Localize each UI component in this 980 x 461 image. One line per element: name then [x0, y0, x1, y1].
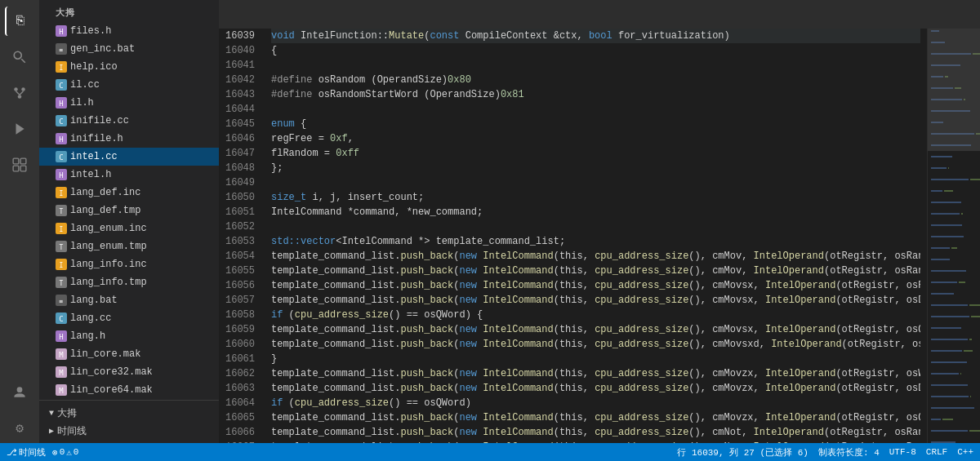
status-bar: ⎇ 时间线 ⊗ 0 ⚠ 0 行 16039, 列 27 (已选择 6) 制表符长…	[0, 443, 980, 461]
file-item-gen_inc-bat[interactable]: ≡gen_inc.bat	[39, 40, 219, 58]
extensions-icon[interactable]	[5, 150, 34, 180]
encoding-status[interactable]: UTF-8	[889, 447, 916, 457]
file-item-lang-cc[interactable]: Clang.cc	[39, 309, 219, 327]
settings-icon[interactable]: ⚙	[5, 414, 34, 443]
file-item-intel-h[interactable]: Hintel.h	[39, 166, 219, 184]
code-line[interactable]: #define osRandomStartWord (OperandSize)0…	[271, 87, 920, 102]
file-item-lang_def-tmp[interactable]: Tlang_def.tmp	[39, 202, 219, 219]
file-item-lang_enum-tmp[interactable]: Tlang_enum.tmp	[39, 237, 219, 255]
code-line[interactable]: flRandom = 0xff	[271, 146, 920, 161]
svg-point-3	[21, 87, 25, 91]
code-line[interactable]: };	[271, 161, 920, 175]
code-line[interactable]	[271, 175, 920, 190]
code-line[interactable]: if (cpu_address_size() == osQWord) {	[271, 308, 920, 322]
line-number: 16048	[225, 161, 255, 175]
code-line[interactable]: template_command_list.push_back(new Inte…	[271, 249, 920, 264]
code-line[interactable]	[271, 58, 920, 73]
code-line[interactable]: template_command_list.push_back(new Inte…	[271, 337, 920, 352]
file-type-icon: M	[56, 366, 67, 378]
file-item-lang_info-inc[interactable]: Ilang_info.inc	[39, 255, 219, 273]
debug-icon[interactable]	[5, 114, 34, 144]
svg-rect-8	[13, 158, 19, 164]
file-item-lin_core32-mak[interactable]: Mlin_core32.mak	[39, 363, 219, 381]
file-name-label: lang_def.tmp	[70, 205, 140, 216]
svg-rect-11	[20, 166, 26, 171]
file-item-lin_core64-mak[interactable]: Mlin_core64.mak	[39, 381, 219, 399]
sidebar-item-timeline[interactable]: ▶ 时间线	[39, 422, 219, 440]
language-status[interactable]: C++	[957, 447, 973, 457]
branch-status[interactable]: ⎇ 时间线	[7, 446, 46, 459]
svg-text:C: C	[59, 82, 63, 90]
file-item-lang-bat[interactable]: ≡lang.bat	[39, 291, 219, 309]
status-left: ⎇ 时间线 ⊗ 0 ⚠ 0	[7, 446, 78, 459]
file-item-lang_info-tmp[interactable]: Tlang_info.tmp	[39, 273, 219, 291]
code-line[interactable]: {	[271, 43, 920, 58]
file-type-icon: H	[56, 133, 67, 144]
file-item-inifile-cc[interactable]: Cinifile.cc	[39, 112, 219, 130]
warning-icon: ⚠	[66, 447, 72, 458]
file-name-label: lang_info.inc	[70, 259, 147, 270]
code-line[interactable]: template_command_list.push_back(new Inte…	[271, 381, 920, 396]
code-line[interactable]: enum {	[271, 117, 920, 131]
code-line[interactable]: #define osRandom (OperandSize)0x80	[271, 73, 920, 87]
line-number: 16066	[225, 425, 255, 440]
file-item-lin_core-mak[interactable]: Mlin_core.mak	[39, 345, 219, 363]
error-count: 0	[60, 447, 65, 457]
file-item-lang_def-inc[interactable]: Ilang_def.inc	[39, 184, 219, 202]
file-name-label: lang_def.inc	[70, 187, 140, 198]
file-type-icon: C	[56, 115, 67, 126]
search-icon[interactable]	[5, 42, 34, 72]
status-right: 行 16039, 列 27 (已选择 6) 制表符长度: 4 UTF-8 CRL…	[677, 446, 973, 459]
file-item-help-ico[interactable]: Ihelp.ico	[39, 58, 219, 76]
code-line[interactable]	[271, 102, 920, 117]
code-line[interactable]: if (cpu_address_size() == osQWord)	[271, 396, 920, 410]
errors-status[interactable]: ⊗ 0 ⚠ 0	[52, 447, 78, 458]
file-item-lang-h[interactable]: Hlang.h	[39, 327, 219, 345]
code-container[interactable]: 1603916040160411604216043160441604516046…	[219, 29, 980, 443]
svg-text:T: T	[60, 280, 64, 287]
file-type-icon: T	[56, 277, 67, 288]
code-line[interactable]: std::vector<IntelCommand *> template_com…	[271, 234, 920, 249]
code-line[interactable]	[271, 219, 920, 234]
code-line[interactable]: template_command_list.push_back(new Inte…	[271, 322, 920, 337]
code-line[interactable]: void IntelFunction::Mutate(const Compile…	[271, 29, 920, 43]
code-line[interactable]: template_command_list.push_back(new Inte…	[271, 278, 920, 293]
code-line[interactable]: size_t i, j, insert_count;	[271, 190, 920, 205]
minimap[interactable]	[927, 29, 980, 443]
line-number: 16057	[225, 293, 255, 308]
file-item-inifile-h[interactable]: Hinifile.h	[39, 130, 219, 148]
spaces-status[interactable]: 制表符长度: 4	[818, 446, 880, 459]
file-item-files-h[interactable]: Hfiles.h	[39, 22, 219, 40]
line-ending-status[interactable]: CRLF	[926, 447, 947, 457]
code-line[interactable]: IntelCommand *command, *new_command;	[271, 205, 920, 219]
svg-point-0	[14, 51, 21, 59]
code-line[interactable]: regFree = 0xf,	[271, 131, 920, 146]
code-line[interactable]: template_command_list.push_back(new Inte…	[271, 264, 920, 278]
files-icon[interactable]: ⎘	[5, 7, 34, 36]
sidebar-item-damu[interactable]: ▼ 大拇	[39, 404, 219, 422]
code-line[interactable]: template_command_list.push_back(new Inte…	[271, 366, 920, 381]
position-status[interactable]: 行 16039, 列 27 (已选择 6)	[677, 446, 808, 459]
line-number: 16052	[225, 219, 255, 234]
activity-bar: ⎘ ⚙	[0, 0, 39, 443]
file-type-icon: ≡	[56, 43, 67, 55]
code-line[interactable]: template_command_list.push_back(new Inte…	[271, 425, 920, 440]
spaces-label: 制表符长度: 4	[818, 446, 880, 459]
svg-text:I: I	[60, 190, 64, 197]
account-icon[interactable]	[5, 378, 34, 407]
line-number: 16056	[225, 278, 255, 293]
line-numbers: 1603916040160411604216043160441604516046…	[219, 29, 265, 443]
code-line[interactable]: template_command_list.push_back(new Inte…	[271, 410, 920, 425]
source-control-icon[interactable]	[5, 78, 34, 108]
file-item-il-cc[interactable]: Cil.cc	[39, 76, 219, 94]
file-item-il-h[interactable]: Hil.h	[39, 94, 219, 112]
svg-text:H: H	[59, 171, 63, 180]
file-name-label: lin_core32.mak	[70, 366, 153, 378]
app-container: ⎘ ⚙ 大拇 Hfiles.h≡gen_inc.batIhelp.icoCil.…	[0, 0, 980, 443]
svg-rect-9	[20, 158, 26, 164]
file-item-intel-cc[interactable]: Cintel.cc	[39, 148, 219, 166]
code-line[interactable]: }	[271, 352, 920, 366]
file-item-lang_enum-inc[interactable]: Ilang_enum.inc	[39, 219, 219, 237]
code-content[interactable]: void IntelFunction::Mutate(const Compile…	[265, 29, 927, 443]
code-line[interactable]: template_command_list.push_back(new Inte…	[271, 293, 920, 308]
